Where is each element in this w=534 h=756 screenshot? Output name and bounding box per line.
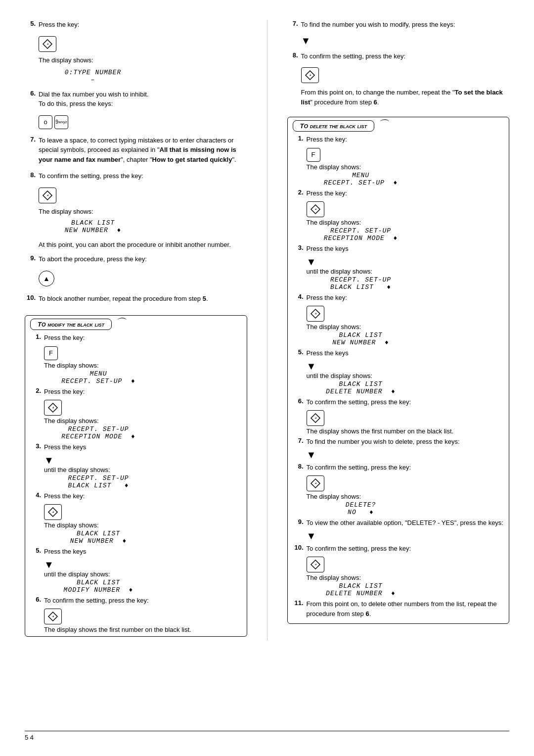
del-step-3-num: 3.	[293, 244, 304, 251]
right-step-8: 8. To confirm the setting, press the key…	[287, 51, 510, 61]
nine-key[interactable]: 9wxyz	[54, 115, 68, 129]
del-d4b: NEW NUMBER ♦	[332, 339, 389, 346]
mod-step-6: 6. To confirm the setting, press the key…	[30, 596, 242, 606]
del-step-2-text: Press the key:	[307, 189, 504, 198]
mod-step-5-text: Press the keys	[44, 547, 242, 557]
del-display-4: BLACK LIST NEW NUMBER ♦	[307, 331, 415, 346]
mod-display-6-intro: The display shows the first number on th…	[44, 626, 242, 633]
modify-section-title: TO modify the black list	[30, 319, 112, 330]
right-step-7: 7. To find the number you wish to modify…	[287, 20, 510, 30]
svg-text:⁴: ⁴	[47, 194, 48, 198]
mod-d5b: MODIFY NUMBER ♦	[64, 586, 134, 594]
mod-display-1-intro: The display shows:	[44, 362, 242, 369]
step-7-num: 7.	[25, 136, 36, 143]
del-step-9: 9. To view the other available option, "…	[293, 518, 504, 528]
del-step-5: 5. Press the keys	[293, 348, 504, 358]
key-diamond-mod-4[interactable]: ⁴	[44, 504, 62, 520]
display-line-1a: 0:TYPE NUMBER	[65, 69, 121, 76]
modify-title-wrap: TO modify the black list ⌒	[30, 319, 242, 330]
bell-key[interactable]: ▲	[39, 271, 54, 286]
del-step-10: 10. To confirm the setting, press the ke…	[293, 544, 504, 554]
modify-section: TO modify the black list ⌒ 1. Press the …	[25, 315, 247, 637]
key-diamond-mod-2[interactable]: ⁴	[44, 400, 62, 416]
del-step-3: 3. Press the keys	[293, 244, 504, 254]
svg-text:⁴: ⁴	[314, 417, 316, 421]
del-step-11-text: From this point on, to delete other numb…	[307, 599, 504, 618]
del-step-8-num: 8.	[293, 463, 304, 470]
svg-text:⁴: ⁴	[52, 406, 54, 411]
mod-d5a: BLACK LIST	[77, 579, 120, 586]
mod-display-5: BLACK LIST MODIFY NUMBER ♦	[44, 579, 153, 594]
step-8-row: 8. To confirm the setting, press the key…	[25, 171, 247, 181]
step-6-text: Dial the fax number you wish to inhibit.…	[39, 90, 247, 109]
step-5-row: 5. Press the key:	[25, 20, 247, 30]
o-key[interactable]: o	[39, 115, 52, 129]
mod-step-4-text: Press the key:	[44, 491, 242, 501]
mod-d3a: RECEPT. SET-UP	[68, 474, 129, 482]
del-step-3-text: Press the keys	[307, 244, 504, 254]
key-diamond-del-10[interactable]: ⁴	[307, 557, 324, 572]
left-column: 5. Press the key: ⁴ The display shows: 0…	[25, 20, 247, 641]
display-shows-2: The display shows:	[39, 208, 247, 215]
del-d10b: DELETE NUMBER ♦	[326, 590, 396, 597]
del-step-5-sub: until the display shows:	[307, 372, 504, 379]
mod-d1a: MENU	[89, 370, 107, 378]
mod-step-6-text: To confirm the setting, press the key:	[44, 596, 242, 606]
mod-d3b: BLACK LIST ♦	[68, 482, 129, 489]
key-diamond-del-2[interactable]: ⁴	[307, 201, 324, 217]
del-d2a: RECEPT. SET-UP	[330, 227, 391, 235]
step-10-num: 10.	[25, 294, 36, 301]
mod-display-3: RECEPT. SET-UP BLACK LIST ♦	[44, 474, 153, 489]
key-diamond-del-6[interactable]: ⁴	[307, 410, 324, 426]
key-diamond-1[interactable]: ⁴	[39, 36, 56, 52]
step-5-num: 5.	[25, 20, 36, 27]
svg-text:⁴: ⁴	[314, 563, 316, 567]
page-divider	[25, 731, 509, 731]
down-arrow-del-5[interactable]: ▼	[307, 360, 504, 372]
del-display-8-intro: The display shows:	[307, 493, 504, 500]
mod-display-2: RECEPT. SET-UP RECEPTION MODE ♦	[44, 425, 153, 440]
del-step-8-text: To confirm the setting, press the key:	[307, 463, 504, 472]
del-d3a: RECEPT. SET-UP	[330, 276, 391, 284]
step-5-text: Press the key:	[39, 20, 247, 30]
key-diamond-right-8[interactable]: ⁴	[301, 67, 319, 83]
down-arrow-del-7[interactable]: ▼	[307, 449, 504, 461]
key-diamond-2[interactable]: ⁴	[39, 188, 56, 203]
key-diamond-del-8[interactable]: ⁴	[307, 475, 324, 491]
f-key-delete[interactable]: F	[307, 148, 320, 162]
key-diamond-mod-6[interactable]: ⁴	[44, 609, 62, 624]
down-arrow-del-3[interactable]: ▼	[307, 256, 504, 268]
f-key-modify[interactable]: F	[44, 346, 58, 360]
display-2a: BLACK LIST	[71, 219, 115, 227]
down-arrow-mod-5[interactable]: ▼	[44, 559, 242, 570]
svg-text:⁴: ⁴	[314, 208, 316, 212]
mod-d2a: RECEPT. SET-UP	[68, 425, 129, 433]
mod-step-4: 4. Press the key:	[30, 491, 242, 501]
del-d2b: RECEPTION MODE ♦	[324, 235, 398, 242]
mod-step-3-num: 3.	[30, 442, 41, 450]
del-step-6: 6. To confirm the setting, press the key…	[293, 397, 504, 407]
del-step-4-num: 4.	[293, 293, 304, 300]
mod-step-6-num: 6.	[30, 596, 41, 603]
key-diamond-del-4[interactable]: ⁴	[307, 306, 324, 322]
del-d1a: MENU	[352, 172, 369, 179]
down-arrow-mod-3[interactable]: ▼	[44, 454, 242, 466]
step-10-row: 10. To block another number, repeat the …	[25, 294, 247, 304]
column-divider	[267, 20, 267, 641]
display-shows-1: The display shows:	[39, 56, 247, 64]
mod-display-4-intro: The display shows:	[44, 521, 242, 529]
del-display-5: BLACK LIST DELETE NUMBER ♦	[307, 380, 415, 395]
display-2b: NEW NUMBER ♦	[65, 227, 121, 234]
mod-display-2-intro: The display shows:	[44, 417, 242, 425]
del-display-10: BLACK LIST DELETE NUMBER ♦	[307, 582, 415, 597]
down-arrow-del-9[interactable]: ▼	[307, 530, 504, 542]
down-arrow-right-7[interactable]: ▼	[301, 35, 510, 47]
step-6-num: 6.	[25, 90, 36, 97]
right-step-8-text: To confirm the setting, press the key:	[301, 51, 510, 61]
delete-section-title: TO delete the black list	[293, 120, 374, 132]
del-step-1-num: 1.	[293, 135, 304, 142]
del-d10a: BLACK LIST	[339, 582, 382, 590]
del-step-2-num: 2.	[293, 189, 304, 196]
del-step-4: 4. Press the key:	[293, 293, 504, 303]
del-display-2: RECEPT. SET-UP RECEPTION MODE ♦	[307, 227, 415, 242]
